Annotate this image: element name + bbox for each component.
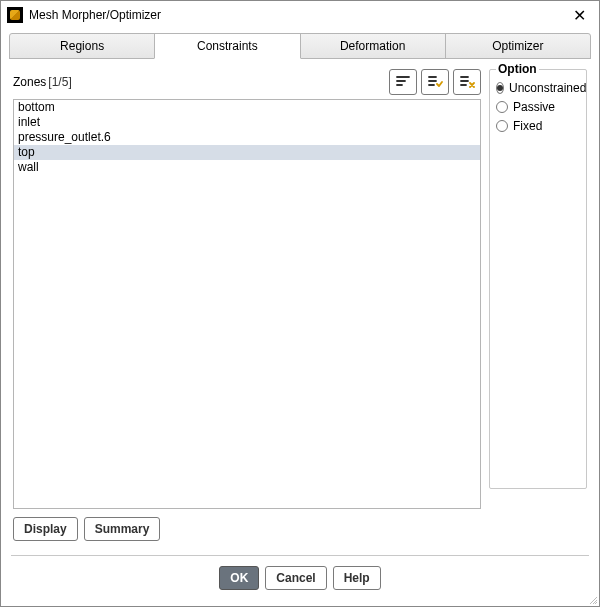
- radio-passive[interactable]: Passive: [496, 100, 580, 114]
- radio-icon: [496, 82, 504, 94]
- radio-unconstrained[interactable]: Unconstrained: [496, 81, 580, 95]
- deselect-all-button[interactable]: [453, 69, 481, 95]
- list-item[interactable]: inlet: [14, 115, 480, 130]
- tab-optimizer[interactable]: Optimizer: [445, 33, 591, 59]
- list-item[interactable]: pressure_outlet.6: [14, 130, 480, 145]
- list-lines-icon: [395, 74, 411, 90]
- option-title: Option: [496, 62, 539, 76]
- tab-row: Regions Constraints Deformation Optimize…: [9, 33, 591, 59]
- help-button[interactable]: Help: [333, 566, 381, 590]
- tab-constraints[interactable]: Constraints: [154, 33, 300, 59]
- display-button[interactable]: Display: [13, 517, 78, 541]
- filter-list-button[interactable]: [389, 69, 417, 95]
- list-item[interactable]: bottom: [14, 100, 480, 115]
- option-group: Option Unconstrained Passive Fixed: [489, 69, 587, 489]
- cancel-button[interactable]: Cancel: [265, 566, 326, 590]
- ok-button[interactable]: OK: [219, 566, 259, 590]
- zones-listbox[interactable]: bottom inlet pressure_outlet.6 top wall: [13, 99, 481, 509]
- footer: OK Cancel Help: [1, 556, 599, 600]
- radio-icon: [496, 120, 508, 132]
- select-all-button[interactable]: [421, 69, 449, 95]
- radio-label: Passive: [513, 100, 555, 114]
- titlebar: Mesh Morpher/Optimizer ✕: [1, 1, 599, 29]
- radio-icon: [496, 101, 508, 113]
- radio-label: Unconstrained: [509, 81, 586, 95]
- list-item[interactable]: top: [14, 145, 480, 160]
- tab-content: Zones [1/5]: [9, 58, 591, 547]
- tab-deformation[interactable]: Deformation: [300, 33, 446, 59]
- zones-header: Zones [1/5]: [13, 69, 481, 95]
- list-item[interactable]: wall: [14, 160, 480, 175]
- radio-fixed[interactable]: Fixed: [496, 119, 580, 133]
- close-button[interactable]: ✕: [565, 5, 593, 25]
- list-clear-icon: [459, 74, 475, 90]
- zones-count: [1/5]: [48, 75, 71, 89]
- zones-label: Zones: [13, 75, 46, 89]
- app-icon: [7, 7, 23, 23]
- tab-regions[interactable]: Regions: [9, 33, 155, 59]
- summary-button[interactable]: Summary: [84, 517, 161, 541]
- window-title: Mesh Morpher/Optimizer: [29, 8, 565, 22]
- radio-label: Fixed: [513, 119, 542, 133]
- resize-grip[interactable]: [585, 592, 597, 604]
- list-check-icon: [427, 74, 443, 90]
